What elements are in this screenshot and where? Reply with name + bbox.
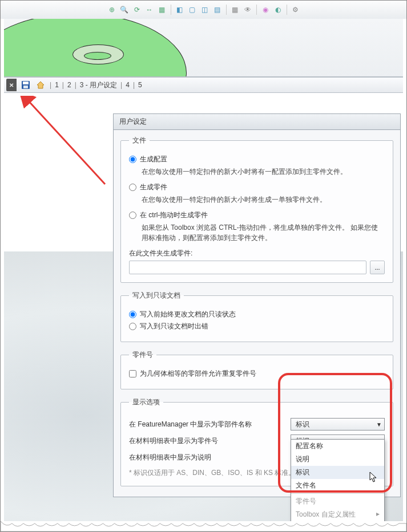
panel-title: 用户设定 xyxy=(114,114,400,130)
rotate-icon[interactable]: ⟳ xyxy=(132,5,142,15)
separator: | xyxy=(62,81,64,89)
file-legend: 文件 xyxy=(129,136,150,145)
pan-icon[interactable]: ↔ xyxy=(144,5,155,15)
radio-label: 写入前始终更改文档的只读状态 xyxy=(140,310,236,319)
radio-input[interactable] xyxy=(129,156,136,163)
breadcrumb-step-active[interactable]: 3 - 用户设定 xyxy=(80,80,117,90)
readonly-group: 写入到只读文档 写入前始终更改文档的只读状态 写入到只读文档时出错 xyxy=(120,291,393,342)
radio-generate-config[interactable]: 生成配置 xyxy=(129,155,385,164)
radio-input[interactable] xyxy=(129,311,136,318)
radio-input[interactable] xyxy=(129,212,136,219)
radio-error-readonly[interactable]: 写入到只读文档时出错 xyxy=(129,322,385,331)
part-hole-inner xyxy=(84,52,111,60)
annotation-arrow xyxy=(19,96,111,187)
model-viewport[interactable] xyxy=(4,19,403,77)
chevron-down-icon: ▼ xyxy=(376,421,382,428)
svg-rect-1 xyxy=(23,82,29,84)
radio-generate-part[interactable]: 生成零件 xyxy=(129,182,385,192)
partno-group: 零件号 为几何体相等的零部件允许重复零件号 xyxy=(120,350,393,389)
partno-legend: 零件号 xyxy=(129,350,156,360)
help-text: 在您每次使用一特定扣件的新大小时将有一配置添加到主零件文件。 xyxy=(142,166,385,177)
combo-featuremanager-name[interactable]: 标识 ▼ xyxy=(291,418,385,431)
radio-label: 写入到只读文档时出错 xyxy=(140,322,208,331)
tool-icon[interactable]: ⊕ xyxy=(107,5,117,15)
breadcrumb-step[interactable]: 4 xyxy=(126,81,130,89)
file-group: 文件 生成配置 在您每次使用一特定扣件的新大小时将有一配置添加到主零件文件。 生… xyxy=(120,136,393,283)
display-row-label: 在 FeatureManager 中显示为零部件名称 xyxy=(129,420,285,429)
help-text: 如果您从 Toolbox 浏览器 CTRL-拖动扣件，将生成单独的零件文件。 如… xyxy=(142,222,385,243)
section-icon[interactable]: ▦ xyxy=(157,5,167,15)
dropdown-option-disabled: 零件号 xyxy=(291,495,384,508)
dropdown-option-submenu: Toolbox 自定义属性 ▸ xyxy=(291,508,384,521)
scene-icon[interactable]: ◐ xyxy=(273,5,283,15)
breadcrumb-bar: ✕ | 1 | 2 | 3 - 用户设定 | 4 | 5 xyxy=(4,77,403,93)
separator xyxy=(171,5,171,15)
dropdown-separator xyxy=(291,493,384,494)
top-toolbar: ⊕ 🔍 ⟳ ↔ ▦ ◧ ▢ ◫ ▤ ▦ 👁 ◉ ◐ ⚙ xyxy=(1,1,406,19)
separator: | xyxy=(75,81,76,89)
breadcrumb-step[interactable]: 5 xyxy=(138,81,142,89)
shade-icon[interactable]: ◧ xyxy=(175,5,185,15)
dropdown-option-label: Toolbox 自定义属性 xyxy=(296,510,356,519)
radio-label: 生成零件 xyxy=(140,182,167,192)
display-row-label: 在材料明细表中显示为说明 xyxy=(129,453,285,462)
separator: | xyxy=(120,81,122,89)
display-row-label: 在材料明细表中显示为零件号 xyxy=(129,436,285,446)
browse-button[interactable]: ... xyxy=(370,261,385,274)
appearance-icon[interactable]: ◉ xyxy=(260,5,271,15)
readonly-legend: 写入到只读文档 xyxy=(129,291,184,300)
checkbox-input[interactable] xyxy=(129,370,136,377)
separator: | xyxy=(50,81,51,89)
svg-rect-2 xyxy=(23,86,28,88)
breadcrumb-step[interactable]: 1 xyxy=(55,81,59,89)
display-legend: 显示选项 xyxy=(129,397,163,407)
cursor-icon xyxy=(369,472,378,483)
radio-label: 生成配置 xyxy=(140,155,167,164)
svg-line-3 xyxy=(28,100,105,184)
settings-icon[interactable]: ⚙ xyxy=(291,5,301,15)
radio-label: 在 ctrl-拖动时生成零件 xyxy=(140,210,208,220)
separator xyxy=(226,5,227,15)
breadcrumb-step[interactable]: 2 xyxy=(67,81,71,89)
chevron-right-icon: ▸ xyxy=(376,510,380,519)
zoom-icon[interactable]: 🔍 xyxy=(119,5,130,15)
radio-input[interactable] xyxy=(129,184,136,191)
wire-icon[interactable]: ▢ xyxy=(187,5,198,15)
path-input[interactable] xyxy=(129,261,366,274)
close-button[interactable]: ✕ xyxy=(6,79,17,91)
check-duplicate-partno[interactable]: 为几何体相等的零部件允许重复零件号 xyxy=(129,369,385,379)
separator xyxy=(256,5,257,15)
view-icon[interactable]: 👁 xyxy=(243,5,253,15)
dropdown-option[interactable]: 配置名称 xyxy=(291,440,384,453)
perspective-icon[interactable]: ▤ xyxy=(212,5,223,15)
home-icon[interactable] xyxy=(35,79,46,91)
checkbox-label: 为几何体相等的零部件允许重复零件号 xyxy=(140,369,256,379)
combo-value: 标识 xyxy=(296,420,309,429)
help-text: 在您每次使用一特定扣件的新大小时将生成一单独零件文件。 xyxy=(142,194,385,205)
torn-edge xyxy=(1,521,406,531)
separator xyxy=(287,5,287,15)
separator: | xyxy=(133,81,135,89)
radio-input[interactable] xyxy=(129,323,136,330)
display-icon[interactable]: ▦ xyxy=(230,5,240,15)
path-label: 在此文件夹生成零件: xyxy=(129,249,385,258)
radio-change-readonly[interactable]: 写入前始终更改文档的只读状态 xyxy=(129,310,385,319)
dropdown-option[interactable]: 说明 xyxy=(291,453,384,466)
hidden-icon[interactable]: ◫ xyxy=(200,5,210,15)
save-icon[interactable] xyxy=(20,79,31,91)
radio-ctrl-drag[interactable]: 在 ctrl-拖动时生成零件 xyxy=(129,210,385,220)
